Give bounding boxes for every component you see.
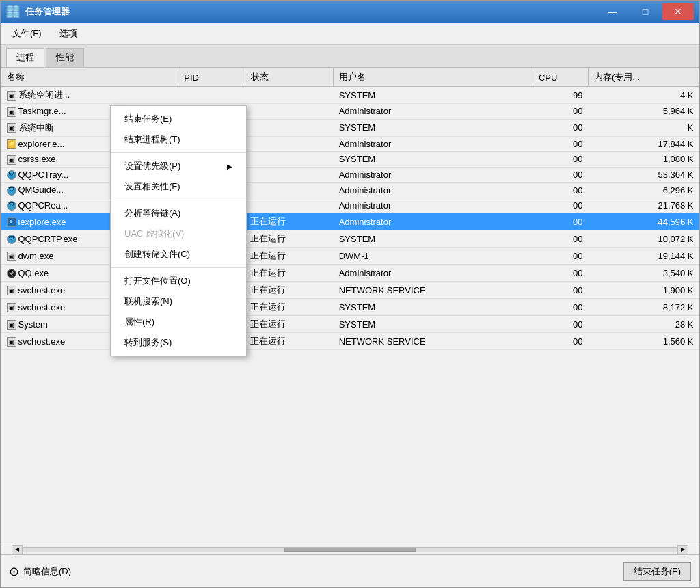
cell-cpu: 00 (533, 198, 588, 213)
menu-bar: 文件(F) 选项 (1, 23, 699, 45)
cell-cpu: 00 (533, 183, 588, 198)
cell-mem: 1,080 K (588, 152, 699, 168)
cell-cpu: 00 (533, 167, 588, 183)
svg-rect-0 (8, 6, 12, 11)
context-online-search[interactable]: 联机搜索(N) (111, 291, 246, 312)
table-row[interactable]: 🛡QQPCRea... Administrator 00 21,768 K (1, 198, 699, 213)
cell-user: SYSTEM (334, 316, 533, 333)
table-row[interactable]: 📁explorer.e... Administrator 00 17,844 K (1, 136, 699, 152)
cell-status: 正在运行 (245, 248, 334, 265)
cell-user: NETWORK SERVICE (334, 333, 533, 350)
col-header-name[interactable]: 名称 (1, 68, 178, 87)
cell-cpu: 00 (533, 213, 588, 230)
col-header-cpu[interactable]: CPU (533, 68, 588, 87)
svg-rect-1 (14, 6, 18, 11)
table-header-row: 名称 PID 状态 用户名 CPU 内存(专用... (1, 68, 699, 87)
tab-process[interactable]: 进程 (6, 48, 44, 67)
cell-status: 正在运行 (245, 265, 334, 282)
tabs-bar: 进程 性能 (1, 45, 699, 68)
hscroll-thumb[interactable] (284, 548, 415, 552)
maximize-button[interactable]: □ (630, 3, 661, 20)
cell-mem: 1,560 K (588, 333, 699, 350)
table-row[interactable]: 🛡QQPCTray... Administrator 00 53,364 K (1, 167, 699, 183)
cell-mem: 8,172 K (588, 299, 699, 316)
menu-options[interactable]: 选项 (53, 25, 83, 42)
table-row[interactable]: ▣csrss.exe SYSTEM 00 1,080 K (1, 152, 699, 168)
cell-status: 正在运行 (245, 299, 334, 316)
hscroll-left-btn[interactable]: ◀ (12, 545, 23, 554)
close-button[interactable]: ✕ (662, 3, 694, 20)
cell-cpu: 00 (533, 282, 588, 299)
context-create-dump[interactable]: 创建转储文件(C) (111, 244, 246, 265)
brief-info-label: 简略信息(D) (23, 565, 71, 578)
cell-user: Administrator (334, 198, 533, 213)
cell-mem: 4 K (588, 87, 699, 104)
cell-cpu: 00 (533, 248, 588, 265)
table-row[interactable]: ▣系统空闲进... SYSTEM 99 4 K (1, 87, 699, 104)
context-open-location[interactable]: 打开文件位置(O) (111, 271, 246, 291)
cell-user: DWM-1 (334, 248, 533, 265)
table-row[interactable]: eiexplore.exe 1664 正在运行 Administrator 00… (1, 213, 699, 230)
cell-mem: 6,296 K (588, 183, 699, 198)
cell-mem: 19,144 K (588, 248, 699, 265)
cell-cpu: 00 (533, 316, 588, 333)
cell-user: SYSTEM (334, 119, 533, 136)
context-properties[interactable]: 属性(R) (111, 312, 246, 332)
cell-status (245, 167, 334, 183)
table-row[interactable]: ▣System 4 正在运行 SYSTEM 00 28 K (1, 316, 699, 333)
context-end-task[interactable]: 结束任务(E) (111, 109, 246, 129)
separator-1 (111, 152, 246, 153)
menu-file[interactable]: 文件(F) (6, 25, 48, 42)
table-row[interactable]: 🛡QQPCRTP.exe 4052 正在运行 SYSTEM 00 10,072 … (1, 230, 699, 248)
table-row[interactable]: ▣svchost.exe 696 正在运行 SYSTEM 00 8,172 K (1, 299, 699, 316)
cell-status (245, 119, 334, 136)
cell-mem: 1,900 K (588, 282, 699, 299)
table-scroll[interactable]: 名称 PID 状态 用户名 CPU 内存(专用... ▣系统空闲进... SYS… (1, 68, 699, 544)
col-header-mem[interactable]: 内存(专用... (588, 68, 699, 87)
cell-cpu: 00 (533, 333, 588, 350)
hscroll-right-btn[interactable]: ▶ (677, 545, 688, 554)
collapse-icon[interactable]: ⊙ (9, 564, 19, 579)
cell-mem: 3,540 K (588, 265, 699, 282)
horizontal-scrollbar[interactable]: ◀ ▶ (1, 544, 699, 554)
separator-3 (111, 267, 246, 268)
col-header-user[interactable]: 用户名 (334, 68, 533, 87)
col-header-status[interactable]: 状态 (245, 68, 334, 87)
table-row[interactable]: ▣svchost.exe 1268 正在运行 NETWORK SERVICE 0… (1, 333, 699, 350)
context-end-tree[interactable]: 结束进程树(T) (111, 129, 246, 150)
table-row[interactable]: QQQ.exe 3904 正在运行 Administrator 00 3,540… (1, 265, 699, 282)
task-manager-window: 任务管理器 — □ ✕ 文件(F) 选项 进程 性能 结束任务(E) 结束进程树… (0, 0, 700, 588)
table-row[interactable]: 🛡QMGuide... Administrator 00 6,296 K (1, 183, 699, 198)
cell-cpu: 00 (533, 136, 588, 152)
cell-cpu: 00 (533, 152, 588, 168)
context-set-affinity[interactable]: 设置相关性(F) (111, 176, 246, 197)
context-goto-service[interactable]: 转到服务(S) (111, 332, 246, 353)
cell-user: SYSTEM (334, 299, 533, 316)
context-analyze-wait[interactable]: 分析等待链(A) (111, 203, 246, 224)
cell-status: 正在运行 (245, 213, 334, 230)
cell-user: Administrator (334, 265, 533, 282)
cell-status: 正在运行 (245, 230, 334, 248)
footer-info: ⊙ 简略信息(D) (9, 564, 71, 579)
separator-2 (111, 200, 246, 200)
table-row[interactable]: ▣系统中断 SYSTEM 00 K (1, 119, 699, 136)
main-content: 结束任务(E) 结束进程树(T) 设置优先级(P) ▶ 设置相关性(F) 分析等… (1, 68, 699, 554)
cell-user: SYSTEM (334, 87, 533, 104)
cell-cpu: 00 (533, 104, 588, 120)
table-row[interactable]: ▣Taskmgr.e... Administrator 00 5,964 K (1, 104, 699, 120)
svg-rect-2 (8, 12, 12, 17)
cell-user: Administrator (334, 167, 533, 183)
cell-pid (178, 87, 245, 104)
cell-mem: 44,596 K (588, 213, 699, 230)
end-task-button[interactable]: 结束任务(E) (623, 562, 691, 581)
table-row[interactable]: ▣dwm.exe 648 正在运行 DWM-1 00 19,144 K (1, 248, 699, 265)
minimize-button[interactable]: — (597, 3, 628, 20)
hscroll-track[interactable] (23, 547, 677, 552)
context-set-priority[interactable]: 设置优先级(P) ▶ (111, 156, 246, 176)
context-uac-virtual: UAC 虚拟化(V) (111, 224, 246, 244)
cell-status (245, 198, 334, 213)
col-header-pid[interactable]: PID (178, 68, 245, 87)
submenu-arrow-priority: ▶ (227, 163, 232, 170)
tab-performance[interactable]: 性能 (46, 48, 84, 67)
table-row[interactable]: ▣svchost.exe 548 正在运行 NETWORK SERVICE 00… (1, 282, 699, 299)
